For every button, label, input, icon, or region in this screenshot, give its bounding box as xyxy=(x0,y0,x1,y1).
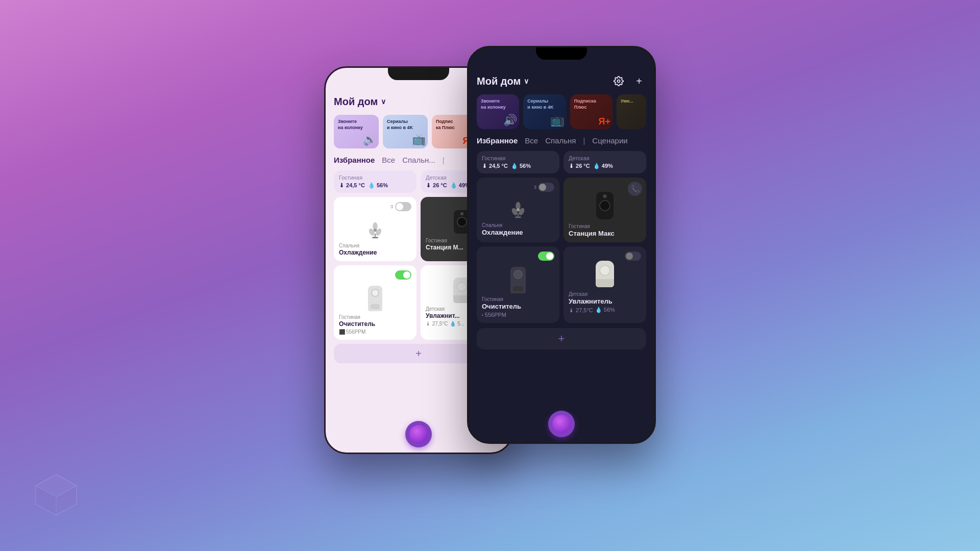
device-humidifier-stats-dark: 🌡 27,5°C💧 56% xyxy=(569,307,641,313)
app-title-dark: Мой дом ∨ xyxy=(477,76,529,87)
title-text-light: Мой дом xyxy=(334,96,378,108)
device-fan-room-light: Спальня xyxy=(339,243,411,248)
tab-divider-light: | xyxy=(443,156,445,164)
device-fan-dark[interactable]: 3 xyxy=(477,178,559,242)
toggle-humidifier-dark[interactable] xyxy=(625,252,641,261)
header-icons-dark: + xyxy=(611,74,646,88)
notch-light xyxy=(388,68,449,80)
room-kids-dark: Детская 🌡 26 °C 💧 49% xyxy=(564,151,646,173)
tab-all-dark[interactable]: Все xyxy=(525,136,538,145)
tab-bedroom-dark[interactable]: Спальня xyxy=(545,136,576,145)
device-purifier-room-dark: Гостиная xyxy=(482,296,554,302)
device-fan-light[interactable]: 3 xyxy=(334,197,416,261)
alice-icon-light xyxy=(409,425,428,443)
alice-button-light[interactable] xyxy=(405,421,432,447)
alice-icon-dark xyxy=(552,415,571,433)
promo-card-call-dark[interactable]: Звонитена колонку 🔊 xyxy=(477,94,519,129)
bottom-bar-dark xyxy=(469,406,654,442)
add-button-dark[interactable]: + xyxy=(477,328,646,349)
app-header-dark: Мой дом ∨ + xyxy=(477,74,646,88)
toggle-area-purifier-dark xyxy=(538,252,554,261)
promo-card-plus-dark[interactable]: ПодпискаПлюс Я+ xyxy=(570,94,612,129)
tab-bedroom-light[interactable]: Спальн... xyxy=(402,156,435,164)
tab-scenarios-dark[interactable]: Сценарии xyxy=(592,136,627,145)
promo-card-series-light[interactable]: Сериалыи кино в 4K 📺 xyxy=(383,115,428,148)
notch-dark xyxy=(536,47,587,60)
room-kids-name-dark: Детская xyxy=(569,155,641,161)
phones-container: Мой дом ∨ Звонитена колонку 🔊 xyxy=(324,46,656,505)
cube-logo xyxy=(31,469,82,520)
tab-all-light[interactable]: Все xyxy=(382,156,395,164)
device-speaker-name-dark: Станция Макс xyxy=(569,230,641,237)
toggle-area-fan-dark: 3 xyxy=(534,183,554,192)
room-living-name-dark: Гостиная xyxy=(482,155,554,161)
dropdown-icon-light[interactable]: ∨ xyxy=(381,97,386,106)
room-living-light: Гостиная 🌡 24,5 °C 💧 56% xyxy=(334,170,416,193)
promo-card-series-dark[interactable]: Сериалыи кино в 4K 📺 xyxy=(523,94,566,129)
svg-point-17 xyxy=(517,208,520,211)
device-purifier-name-light: Очиститель xyxy=(339,320,411,328)
room-labels-dark: Гостиная 🌡 24,5 °C 💧 56% Детская 🌡 26 °C… xyxy=(477,151,646,173)
device-fan-name-dark: Охлаждение xyxy=(482,229,554,236)
promo-cards-dark: Звонитена колонку 🔊 Сериалыи кино в 4K 📺… xyxy=(477,94,646,129)
device-row-1-dark: 3 xyxy=(477,178,646,242)
device-purifier-co2-dark: ▪556PPM xyxy=(482,312,554,318)
toggle-area-purifier-light xyxy=(395,270,411,280)
device-purifier-dark[interactable]: Гостиная Очиститель ▪556PPM xyxy=(477,246,559,323)
device-humidifier-room-dark: Детская xyxy=(569,291,641,297)
title-text-dark: Мой дом xyxy=(477,76,521,87)
device-purifier-light[interactable]: Гостиная Очиститель ⬛556PPM xyxy=(334,265,416,340)
calling-badge-dark: 📞 xyxy=(628,182,642,196)
svg-rect-19 xyxy=(515,216,521,218)
alice-button-dark[interactable] xyxy=(548,411,575,437)
settings-icon-dark[interactable] xyxy=(611,74,626,88)
device-fan-room-dark: Спальня xyxy=(482,222,554,228)
tab-favorites-light[interactable]: Избранное xyxy=(334,156,375,164)
device-purifier-name-dark: Очиститель xyxy=(482,303,554,310)
svg-rect-11 xyxy=(372,237,378,238)
svg-point-12 xyxy=(618,80,620,83)
phone-dark: Мой дом ∨ + Звонитена колонку 🔊 xyxy=(467,46,656,444)
toggle-area-fan-light: 3 xyxy=(390,202,411,211)
device-humidifier-dark[interactable]: Детская Увлажнитель 🌡 27,5°C💧 56% xyxy=(564,246,646,323)
promo-card-smart-dark[interactable]: Умн... xyxy=(617,94,646,129)
device-humidifier-name-dark: Увлажнитель xyxy=(569,297,641,305)
device-fan-name-light: Охлаждение xyxy=(339,249,411,256)
nav-tabs-dark: Избранное Все Спальня | Сценарии xyxy=(477,136,646,145)
toggle-purifier-light[interactable] xyxy=(395,270,411,280)
phone-dark-content: Мой дом ∨ + Звонитена колонку 🔊 xyxy=(469,70,654,412)
toggle-fan-dark[interactable] xyxy=(538,183,554,192)
toggle-purifier-dark[interactable] xyxy=(538,252,554,261)
dropdown-icon-dark[interactable]: ∨ xyxy=(524,77,529,85)
add-icon-dark[interactable]: + xyxy=(632,74,646,88)
device-speaker-room-dark: Гостиная xyxy=(569,223,641,229)
promo-card-call-light[interactable]: Звонитена колонку 🔊 xyxy=(334,115,379,148)
svg-point-9 xyxy=(374,229,377,232)
device-purifier-co2-light: ⬛556PPM xyxy=(339,329,411,335)
device-grid-dark: 3 xyxy=(477,178,646,323)
tab-favorites-dark[interactable]: Избранное xyxy=(477,136,518,145)
app-title-light: Мой дом ∨ xyxy=(334,96,386,108)
room-living-dark: Гостиная 🌡 24,5 °C 💧 56% xyxy=(477,151,559,173)
device-purifier-room-light: Гостиная xyxy=(339,314,411,320)
toggle-area-humidifier-dark xyxy=(625,252,641,261)
device-row-2-dark: Гостиная Очиститель ▪556PPM xyxy=(477,246,646,323)
tab-divider-dark: | xyxy=(583,136,585,145)
device-speaker-dark[interactable]: 📞 Гостиная Станция Макс xyxy=(564,178,646,242)
toggle-fan-light[interactable] xyxy=(395,202,411,211)
